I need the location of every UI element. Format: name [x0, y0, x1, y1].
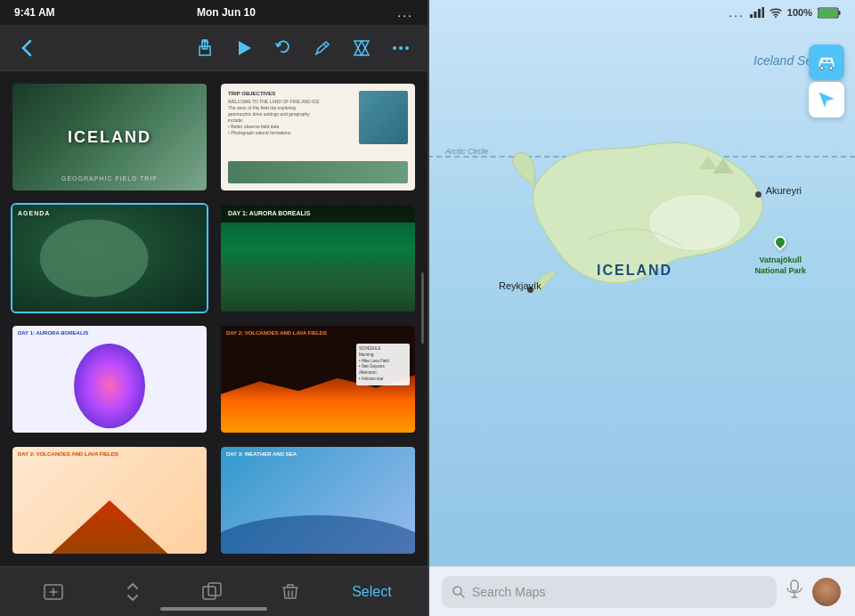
- slide-thumb-4: DAY 1: AURORA BOREALIS: [221, 205, 415, 312]
- back-button[interactable]: [11, 32, 43, 64]
- slide-8-wave: [221, 490, 415, 554]
- share-button[interactable]: [189, 32, 221, 64]
- mic-button[interactable]: [786, 580, 803, 604]
- status-dots-left: ...: [397, 5, 413, 20]
- slide-8-title: DAY 3: WEATHER AND SEA: [226, 451, 297, 457]
- search-icon: [452, 586, 465, 598]
- maps-panel: ... 100% Arctic Circle Iceland Sea ICELA…: [428, 0, 855, 616]
- reykjavik-dot: [527, 287, 533, 293]
- slide-thumb-1: ICELAND GEOGRAPHIC FIELD TRIP: [12, 84, 207, 190]
- delete-button[interactable]: [273, 574, 308, 610]
- svg-rect-18: [839, 11, 841, 15]
- status-time: 9:41 AM: [14, 6, 55, 19]
- slide-item-5[interactable]: DAY 1: AURORA BOREALIS 5: [11, 324, 208, 434]
- rearrange-button[interactable]: [115, 574, 151, 610]
- slide-2-image: [359, 91, 408, 144]
- search-input-wrap[interactable]: Search Maps: [442, 576, 777, 608]
- slide-thumb-8: DAY 3: WEATHER AND SEA: [221, 447, 415, 554]
- home-indicator-left: [160, 607, 267, 611]
- svg-marker-2: [354, 41, 369, 55]
- add-slide-button[interactable]: [36, 574, 71, 610]
- svg-point-6: [405, 46, 409, 50]
- slide-thumb-3: AGENDA: [12, 205, 207, 312]
- battery-icon: [818, 7, 841, 19]
- wifi-icon: [770, 7, 782, 18]
- undo-button[interactable]: [267, 32, 299, 64]
- svg-marker-1: [239, 41, 251, 55]
- map-controls: [809, 45, 844, 118]
- svg-rect-25: [791, 580, 798, 591]
- slide-5-title: DAY 1: AURORA BOREALIS: [18, 330, 88, 336]
- location-arrow-icon: [818, 91, 835, 109]
- svg-point-5: [399, 46, 403, 50]
- slide-1-title: ICELAND: [68, 128, 151, 147]
- vatnajokull-pin: [771, 233, 789, 251]
- slide-1-sub: GEOGRAPHIC FIELD TRIP: [61, 175, 158, 182]
- car-icon: [817, 54, 836, 70]
- scroll-indicator: [421, 272, 424, 344]
- svg-point-10: [650, 196, 739, 249]
- svg-point-21: [829, 67, 833, 70]
- slide-2-title: TRIP OBJECTIVES: [228, 91, 355, 96]
- slide-3-agenda-label: AGENDA: [18, 210, 50, 216]
- status-bar-right: ... 100%: [428, 0, 855, 25]
- slide-item-1[interactable]: ICELAND GEOGRAPHIC FIELD TRIP 1: [11, 82, 208, 192]
- shapes-button[interactable]: [346, 32, 378, 64]
- slides-grid: ICELAND GEOGRAPHIC FIELD TRIP 1 TRIP OBJ…: [0, 71, 428, 566]
- iceland-landmass: [481, 116, 802, 312]
- avatar-face: [812, 578, 841, 606]
- slide-4-title: DAY 1: AURORA BOREALIS: [228, 210, 310, 216]
- mic-icon: [786, 580, 803, 599]
- slide-item-6[interactable]: DAY 2: VOLCANOES AND LAVA FIELDS SCHEDUL…: [219, 324, 417, 434]
- vatnajokull-label: VatnajökullNational Park: [754, 255, 806, 276]
- svg-rect-23: [827, 60, 831, 62]
- slide-item-4[interactable]: DAY 1: AURORA BOREALIS 4: [219, 203, 417, 313]
- slide-7-title: DAY 2: VOLCANOES AND LAVA FIELDS: [18, 451, 118, 457]
- duplicate-button[interactable]: [194, 574, 230, 610]
- svg-rect-13: [758, 9, 761, 18]
- location-button[interactable]: [809, 82, 844, 118]
- play-button[interactable]: [228, 32, 260, 64]
- battery-level: 100%: [787, 7, 812, 18]
- search-placeholder: Search Maps: [472, 585, 545, 599]
- panel-divider: [428, 0, 429, 616]
- slide-thumb-2: TRIP OBJECTIVES WELCOME TO THE LAND OF F…: [221, 84, 415, 190]
- svg-marker-3: [354, 41, 369, 55]
- status-date: Mon Jun 10: [197, 6, 256, 19]
- akureyri-dot: [755, 191, 761, 198]
- svg-point-4: [393, 46, 396, 50]
- slide-item-8[interactable]: DAY 3: WEATHER AND SEA 8: [219, 445, 417, 555]
- slide-thumb-6: DAY 2: VOLCANOES AND LAVA FIELDS SCHEDUL…: [221, 326, 415, 433]
- svg-rect-14: [761, 7, 764, 18]
- svg-rect-8: [203, 587, 216, 599]
- select-button[interactable]: Select: [352, 584, 391, 600]
- signal-icon: [750, 7, 764, 18]
- slide-item-7[interactable]: DAY 2: VOLCANOES AND LAVA FIELDS 7: [11, 445, 208, 555]
- more-button[interactable]: [385, 32, 417, 64]
- svg-rect-17: [818, 9, 837, 17]
- svg-point-20: [820, 67, 824, 70]
- draw-button[interactable]: [306, 32, 338, 64]
- user-avatar[interactable]: [812, 578, 841, 606]
- svg-rect-12: [753, 12, 756, 18]
- svg-rect-11: [750, 14, 753, 18]
- svg-rect-22: [823, 60, 826, 62]
- slide-2-bottom-img: [228, 161, 408, 183]
- slide-7-volcano: [52, 500, 168, 554]
- status-dots-right: ...: [729, 5, 745, 20]
- svg-point-15: [775, 16, 777, 18]
- slide-item-3[interactable]: AGENDA 3: [11, 203, 208, 313]
- slide-2-content: TRIP OBJECTIVES WELCOME TO THE LAND OF F…: [228, 91, 408, 158]
- keynote-panel: 9:41 AM Mon Jun 10 ...: [0, 0, 428, 616]
- slide-2-body: WELCOME TO THE LAND OF FIRE AND ICE The …: [228, 99, 355, 136]
- slide-6-title: DAY 2: VOLCANOES AND LAVA FIELDS: [226, 330, 327, 336]
- slide-4-aurora: [221, 223, 415, 312]
- svg-rect-9: [208, 583, 221, 596]
- search-bar: Search Maps: [428, 566, 855, 616]
- slide-5-graphic: [74, 344, 145, 428]
- vatnajokull-marker: VatnajökullNational Park: [754, 236, 806, 276]
- slide-thumb-7: DAY 2: VOLCANOES AND LAVA FIELDS: [12, 447, 207, 554]
- slide-2-text: TRIP OBJECTIVES WELCOME TO THE LAND OF F…: [228, 91, 355, 158]
- car-mode-button[interactable]: [809, 45, 844, 80]
- slide-item-2[interactable]: TRIP OBJECTIVES WELCOME TO THE LAND OF F…: [219, 82, 417, 192]
